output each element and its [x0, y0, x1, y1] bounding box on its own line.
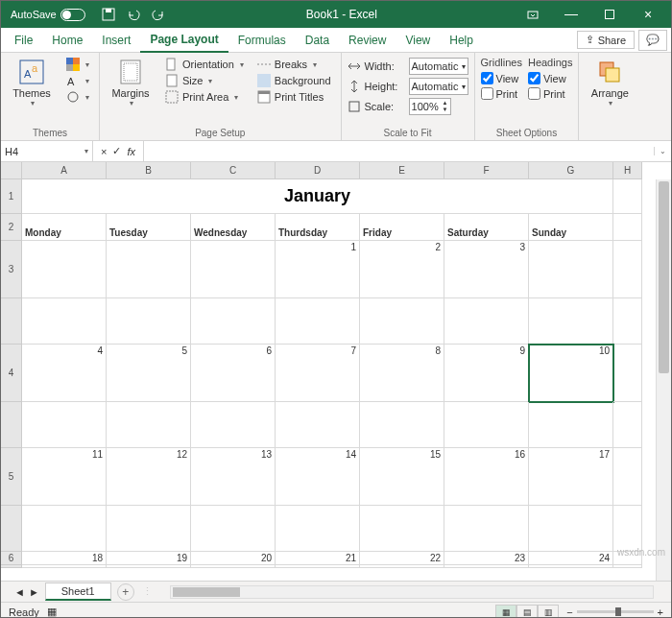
row-header[interactable] — [1, 298, 22, 345]
page-layout-view-button[interactable]: ▤ — [516, 605, 538, 619]
cell[interactable] — [613, 298, 642, 345]
column-header[interactable]: F — [444, 162, 529, 179]
vertical-scrollbar[interactable] — [656, 179, 671, 581]
breaks-button[interactable]: Breaks — [253, 57, 335, 72]
cell[interactable] — [613, 214, 642, 241]
cell[interactable] — [191, 506, 276, 552]
close-button[interactable]: × — [629, 1, 667, 28]
tab-page-layout[interactable]: Page Layout — [140, 28, 228, 53]
date-cell[interactable]: 16 — [444, 448, 529, 506]
date-cell[interactable]: 20 — [191, 552, 276, 565]
date-cell[interactable]: 6 — [191, 345, 276, 402]
day-header-cell[interactable]: Monday — [22, 214, 107, 241]
print-area-button[interactable]: Print Area — [161, 89, 248, 105]
cell[interactable] — [107, 565, 191, 568]
spin-up-icon[interactable]: ▲ — [443, 100, 448, 107]
zoom-slider[interactable] — [577, 610, 654, 613]
cell[interactable] — [22, 402, 107, 448]
name-box[interactable]: H4 — [1, 141, 93, 162]
date-cell[interactable]: 13 — [191, 448, 276, 506]
date-cell[interactable]: 2 — [360, 241, 444, 298]
cell[interactable] — [107, 402, 191, 448]
cell[interactable] — [360, 402, 444, 448]
cell[interactable] — [276, 506, 360, 552]
cell[interactable] — [444, 298, 529, 345]
sheet-tab[interactable]: Sheet1 — [45, 582, 111, 601]
row-header[interactable]: 1 — [1, 179, 22, 214]
date-cell[interactable]: 12 — [107, 448, 191, 506]
headings-view-checkbox[interactable]: View — [528, 71, 572, 85]
cell[interactable] — [613, 179, 642, 214]
cell[interactable] — [529, 402, 613, 448]
column-header[interactable]: G — [529, 162, 613, 179]
row-header[interactable]: 6 — [1, 552, 22, 565]
margins-button[interactable]: Margins — [106, 57, 156, 109]
cell[interactable] — [360, 506, 444, 552]
cell[interactable] — [191, 402, 276, 448]
cell[interactable] — [444, 506, 529, 552]
ribbon-options-icon[interactable] — [514, 1, 552, 28]
scrollbar-thumb[interactable] — [173, 587, 240, 597]
day-header-cell[interactable]: Friday — [360, 214, 444, 241]
tab-view[interactable]: View — [396, 28, 440, 53]
formula-bar[interactable] — [143, 141, 654, 162]
cell[interactable] — [613, 241, 642, 298]
zoom-out-button[interactable]: − — [566, 606, 572, 618]
effects-button[interactable] — [62, 89, 93, 105]
date-cell[interactable]: 19 — [107, 552, 191, 565]
cell[interactable] — [529, 565, 613, 568]
cell[interactable] — [360, 565, 444, 568]
fonts-button[interactable]: A — [62, 73, 93, 88]
date-cell[interactable]: 10 — [529, 345, 613, 402]
page-break-view-button[interactable]: ▥ — [538, 605, 559, 619]
row-header[interactable] — [1, 402, 22, 448]
redo-icon[interactable] — [147, 3, 170, 26]
tab-data[interactable]: Data — [296, 28, 339, 53]
new-sheet-button[interactable]: + — [117, 583, 134, 601]
day-header-cell[interactable]: Tuesday — [107, 214, 191, 241]
row-header[interactable]: 4 — [1, 345, 22, 402]
row-header[interactable] — [1, 565, 22, 568]
height-select[interactable]: Automatic — [409, 78, 468, 95]
colors-button[interactable] — [62, 57, 93, 72]
cell[interactable] — [22, 298, 107, 345]
column-header[interactable]: B — [107, 162, 191, 179]
date-cell[interactable]: 24 — [529, 552, 613, 565]
month-title-cell[interactable]: January — [22, 179, 613, 214]
date-cell[interactable]: 17 — [529, 448, 613, 506]
comments-button[interactable]: 💬 — [638, 30, 667, 51]
column-header[interactable]: C — [191, 162, 276, 179]
size-button[interactable]: Size — [161, 73, 248, 88]
share-button[interactable]: ⇪Share — [577, 31, 635, 49]
tab-review[interactable]: Review — [339, 28, 396, 53]
day-header-cell[interactable]: Saturday — [444, 214, 529, 241]
row-header[interactable]: 2 — [1, 214, 22, 241]
tab-nav-prev-icon[interactable]: ◄ — [14, 586, 25, 598]
column-header[interactable]: E — [360, 162, 444, 179]
cell[interactable] — [22, 506, 107, 552]
tab-formulas[interactable]: Formulas — [228, 28, 296, 53]
row-header[interactable] — [1, 506, 22, 552]
cell[interactable] — [276, 565, 360, 568]
cell[interactable] — [22, 565, 107, 568]
date-cell[interactable]: 18 — [22, 552, 107, 565]
day-header-cell[interactable]: Sunday — [529, 214, 613, 241]
date-cell[interactable]: 22 — [360, 552, 444, 565]
headings-print-checkbox[interactable]: Print — [528, 86, 572, 101]
scrollbar-thumb[interactable] — [659, 181, 669, 373]
cell[interactable] — [276, 402, 360, 448]
gridlines-print-checkbox[interactable]: Print — [481, 86, 522, 101]
tab-help[interactable]: Help — [440, 28, 483, 53]
row-header[interactable]: 5 — [1, 448, 22, 506]
cell[interactable] — [107, 298, 191, 345]
column-header[interactable]: A — [22, 162, 107, 179]
cell[interactable] — [529, 506, 613, 552]
cell[interactable] — [613, 506, 642, 552]
tab-file[interactable]: File — [5, 28, 42, 53]
date-cell[interactable]: 7 — [276, 345, 360, 402]
cell[interactable] — [360, 298, 444, 345]
expand-formula-bar-icon[interactable]: ⌄ — [654, 147, 671, 155]
orientation-button[interactable]: Orientation — [161, 57, 248, 72]
print-titles-button[interactable]: Print Titles — [253, 89, 335, 105]
date-cell[interactable] — [529, 241, 613, 298]
